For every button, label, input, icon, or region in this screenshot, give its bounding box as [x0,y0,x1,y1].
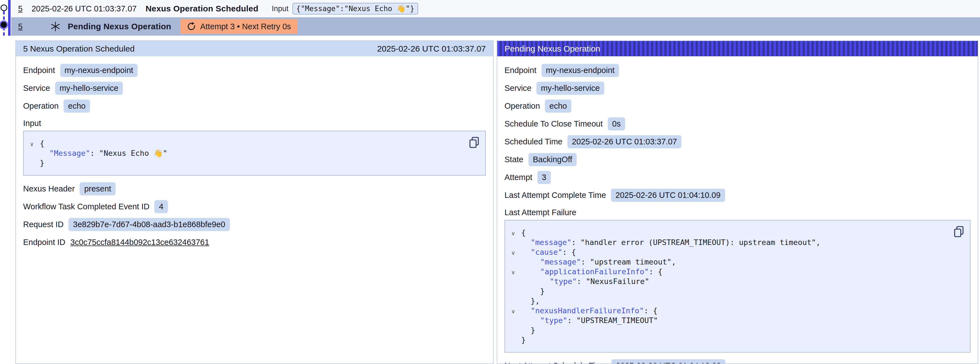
field-endpoint: Endpoint my-nexus-endpoint [23,64,486,77]
field-endpoint-id: Endpoint ID 3c0c75ccfa8144b092c13ce63246… [23,236,486,249]
field-operation: Operation echo [23,99,486,113]
field-label: Next Attempt Schedule Time [504,361,606,364]
input-section-label: Input [23,119,486,128]
code-line: } [521,286,950,296]
collapse-chevron-icon[interactable]: ∨ [511,268,515,277]
retry-badge-label: Attempt 3 • Next Retry 0s [200,22,291,31]
field-workflow-task-completed-event-id: Workflow Task Completed Event ID 4 [23,200,486,213]
field-label: Endpoint ID [23,238,65,247]
event-timestamp: 2025-02-26 UTC 01:03:37.07 [32,4,137,13]
field-value-chip: 2025-02-26 UTC 01:04:10.09 [611,189,725,202]
input-label: Input [272,5,289,13]
field-service: Service my-hello-service [23,81,486,95]
timeline-current-node-icon [0,22,7,28]
event-id-link[interactable]: 5 [18,4,22,13]
field-value-chip: echo [545,99,571,113]
field-label: Service [23,84,50,93]
left-panel-header: 5 Nexus Operation Scheduled 2025-02-26 U… [16,41,493,56]
code-line: ∨"cause": { [521,247,950,257]
right-panel-title: Pending Nexus Operation [504,44,600,54]
left-panel-fields: Endpoint my-nexus-endpoint Service my-he… [16,56,493,249]
collapse-chevron-icon[interactable]: ∨ [511,248,515,258]
copy-icon [469,136,480,148]
field-label: Operation [504,101,540,111]
field-value-chip: present [80,182,116,195]
field-schedule-to-close-timeout: Schedule To Close Timeout 0s [504,117,970,131]
field-label: Last Attempt Complete Time [504,191,606,200]
field-value-chip: 4 [154,200,168,213]
copy-button[interactable] [468,135,481,150]
field-scheduled-time: Scheduled Time 2025-02-26 UTC 01:03:37.0… [504,135,970,148]
code-line: } [521,335,950,345]
code-line: ∨{ [40,139,466,148]
field-value-chip: my-nexus-endpoint [541,64,619,77]
code-line: ∨"nexusHandlerFailureInfo": { [521,306,950,316]
field-label: Workflow Task Completed Event ID [23,202,149,211]
code-line: }, [521,296,950,306]
field-request-id: Request ID 3e829b7e-7d67-4b08-aad3-b1e86… [23,218,486,231]
pending-spinner-icon [50,21,61,32]
collapse-chevron-icon[interactable]: ∨ [511,228,515,238]
failure-code-block: ∨{ "message": "handler error (UPSTREAM_T… [504,220,970,353]
input-code-block: ∨{ "Message": "Nexus Echo 👋" } [23,131,486,176]
code-line: "type": "UPSTREAM_TIMEOUT" [521,316,950,325]
panel-pending-nexus-operation: Pending Nexus Operation Endpoint my-nexu… [497,40,978,364]
event-detail-panels: 5 Nexus Operation Scheduled 2025-02-26 U… [15,40,978,364]
retry-badge: Attempt 3 • Next Retry 0s [180,19,297,34]
event-title: Nexus Operation Scheduled [145,4,258,13]
copy-button[interactable] [952,224,966,239]
field-value-chip: echo [64,99,90,113]
field-value-chip: 3 [537,171,551,184]
field-label: Scheduled Time [504,137,562,146]
field-endpoint: Endpoint my-nexus-endpoint [504,64,970,77]
code-line: "Message": "Nexus Echo 👋" [40,148,466,158]
code-line: "message": "upstream timeout", [521,257,950,267]
endpoint-id-link[interactable]: 3c0c75ccfa8144b092c13ce632463761 [70,238,209,247]
collapse-chevron-icon[interactable]: ∨ [511,307,515,316]
code-line: } [40,158,466,168]
right-panel-header: Pending Nexus Operation [497,41,978,56]
field-value-chip: 0s [608,117,625,131]
field-value-chip: my-hello-service [55,81,123,95]
field-label: Nexus Header [23,184,75,193]
code-line: "type": "NexusFailure" [521,276,950,286]
field-value-chip: 2025-02-26 UTC 01:03:37.07 [568,135,681,148]
field-nexus-header: Nexus Header present [23,182,486,195]
field-next-attempt-schedule-time: Next Attempt Schedule Time 2025-02-26 UT… [504,359,970,364]
code-line: } [521,325,950,335]
field-value-chip: my-nexus-endpoint [60,64,138,77]
field-label: Operation [23,101,59,111]
workflow-event-history-view: 5 2025-02-26 UTC 01:03:37.07 Nexus Opera… [0,0,980,364]
field-label: Schedule To Close Timeout [504,119,603,128]
timeline-open-node-icon [0,5,7,11]
field-last-attempt-complete-time: Last Attempt Complete Time 2025-02-26 UT… [504,189,970,202]
retry-icon [187,22,196,31]
field-value-chip: 3e829b7e-7d67-4b08-aad3-b1e868bfe9e0 [68,218,230,231]
timeline-active-bar [8,0,11,36]
right-panel-fields: Endpoint my-nexus-endpoint Service my-he… [497,56,978,364]
field-label: Endpoint [23,66,55,75]
code-line: "message": "handler error (UPSTREAM_TIME… [521,238,950,247]
field-value-chip: BackingOff [528,153,577,166]
copy-icon [953,225,964,238]
left-panel-timestamp: 2025-02-26 UTC 01:03:37.07 [377,44,486,54]
field-label: State [504,155,523,164]
field-label: Request ID [23,220,64,229]
collapse-chevron-icon[interactable]: ∨ [30,139,34,149]
event-id-link[interactable]: 5 [18,22,22,31]
last-attempt-failure-label: Last Attempt Failure [504,208,970,217]
input-preview-chip: {"Message":"Nexus Echo 👋"} [293,3,418,14]
code-line: ∨{ [521,228,950,238]
field-state: State BackingOff [504,153,970,166]
field-value-chip: 2025-02-26 UTC 01:04:13.93 [611,359,725,364]
code-line: ∨"applicationFailureInfo": { [521,267,950,276]
field-service: Service my-hello-service [504,81,970,95]
field-label: Attempt [504,173,532,182]
event-row-pending-nexus-operation[interactable]: 5 Pending Nexus Operation Attempt 3 • Ne… [11,17,980,36]
event-title: Pending Nexus Operation [68,22,171,31]
left-panel-title: 5 Nexus Operation Scheduled [23,44,135,54]
field-attempt: Attempt 3 [504,171,970,184]
field-operation: Operation echo [504,99,970,113]
event-row-nexus-operation-scheduled[interactable]: 5 2025-02-26 UTC 01:03:37.07 Nexus Opera… [11,0,980,17]
field-label: Service [504,84,531,93]
